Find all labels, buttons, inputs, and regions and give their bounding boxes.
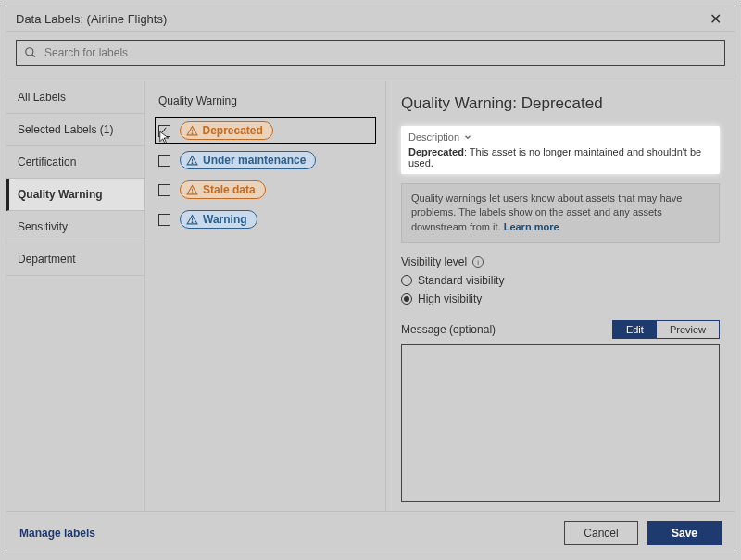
label-pill-deprecated[interactable]: Deprecated (180, 121, 273, 140)
visibility-heading: Visibility level i (401, 255, 720, 268)
close-icon[interactable]: ✕ (706, 8, 725, 30)
label-list-title: Quality Warning (155, 94, 376, 107)
radio-icon (401, 293, 412, 305)
dialog-header: Data Labels: (Airline Flights) ✕ (6, 6, 735, 32)
description-toggle[interactable]: Description (408, 131, 712, 143)
checkbox-warning[interactable] (158, 214, 170, 226)
checkbox-stale-data[interactable] (158, 184, 170, 196)
description-text: Deprecated: This asset is no longer main… (408, 146, 712, 168)
warning-icon (186, 125, 198, 137)
checkbox-deprecated[interactable] (158, 125, 170, 137)
dialog-frame: Data Labels: (Airline Flights) ✕ All Lab… (6, 6, 735, 554)
info-banner: Quality warnings let users know about as… (401, 183, 720, 243)
label-pill-under-maintenance[interactable]: Under maintenance (180, 151, 316, 169)
description-label-name: Deprecated (408, 146, 464, 157)
chevron-down-icon (463, 132, 472, 142)
label-pill-text: Warning (203, 213, 247, 226)
label-pill-text: Stale data (203, 183, 256, 196)
label-list-panel: Quality Warning Deprecated Under mainten… (145, 81, 386, 511)
svg-point-0 (26, 48, 33, 56)
search-row (6, 32, 735, 73)
svg-point-7 (192, 192, 193, 193)
message-textarea[interactable] (401, 344, 720, 502)
label-pill-text: Under maintenance (203, 154, 306, 167)
dialog-title: Data Labels: (Airline Flights) (16, 12, 167, 26)
message-section: Message (optional) Edit Preview (401, 320, 720, 502)
learn-more-link[interactable]: Learn more (504, 221, 559, 232)
warning-icon (186, 184, 198, 196)
checkbox-under-maintenance[interactable] (158, 155, 170, 167)
sidebar-item-all-labels[interactable]: All Labels (6, 81, 144, 114)
sidebar-item-selected-labels[interactable]: Selected Labels (1) (6, 114, 144, 146)
message-header: Message (optional) Edit Preview (401, 320, 720, 339)
svg-point-5 (192, 162, 193, 163)
dialog-body: All Labels Selected Labels (1) Certifica… (6, 81, 735, 511)
sidebar-item-certification[interactable]: Certification (6, 146, 144, 179)
cancel-button[interactable]: Cancel (564, 521, 638, 545)
svg-line-1 (32, 55, 35, 57)
warning-icon (186, 214, 198, 226)
search-icon (24, 46, 37, 59)
info-icon[interactable]: i (472, 256, 484, 268)
message-label: Message (optional) (401, 323, 496, 336)
label-row-deprecated[interactable]: Deprecated (155, 117, 376, 144)
search-input[interactable] (43, 45, 717, 60)
category-sidebar: All Labels Selected Labels (1) Certifica… (6, 81, 145, 511)
save-button[interactable]: Save (647, 521, 722, 545)
message-tabs: Edit Preview (612, 320, 720, 339)
visibility-label: Visibility level (401, 255, 467, 268)
sidebar-item-sensitivity[interactable]: Sensitivity (6, 211, 144, 243)
radio-icon (401, 275, 412, 286)
manage-labels-link[interactable]: Manage labels (19, 527, 95, 540)
sidebar-item-quality-warning[interactable]: Quality Warning (6, 179, 144, 211)
radio-label: Standard visibility (418, 274, 504, 287)
tab-preview[interactable]: Preview (657, 321, 719, 338)
footer-buttons: Cancel Save (564, 521, 722, 545)
dialog-footer: Manage labels Cancel Save (6, 511, 735, 554)
visibility-section: Visibility level i Standard visibility H… (401, 255, 720, 305)
radio-high-visibility[interactable]: High visibility (401, 292, 720, 305)
svg-point-9 (192, 221, 193, 222)
svg-point-3 (192, 132, 193, 133)
label-row-warning[interactable]: Warning (155, 205, 376, 233)
detail-panel: Quality Warning: Deprecated Description … (386, 81, 735, 511)
radio-standard-visibility[interactable]: Standard visibility (401, 274, 720, 287)
label-pill-text: Deprecated (203, 124, 263, 137)
tab-edit[interactable]: Edit (613, 321, 657, 338)
radio-label: High visibility (418, 292, 482, 305)
description-head-label: Description (408, 131, 459, 143)
description-box: Description Deprecated: This asset is no… (401, 126, 720, 174)
label-row-under-maintenance[interactable]: Under maintenance (155, 146, 376, 174)
sidebar-item-department[interactable]: Department (6, 243, 144, 276)
search-box[interactable] (16, 40, 725, 66)
detail-title: Quality Warning: Deprecated (401, 94, 720, 113)
label-pill-warning[interactable]: Warning (180, 210, 257, 229)
label-row-stale-data[interactable]: Stale data (155, 176, 376, 204)
warning-icon (186, 155, 198, 167)
label-pill-stale-data[interactable]: Stale data (180, 180, 266, 199)
